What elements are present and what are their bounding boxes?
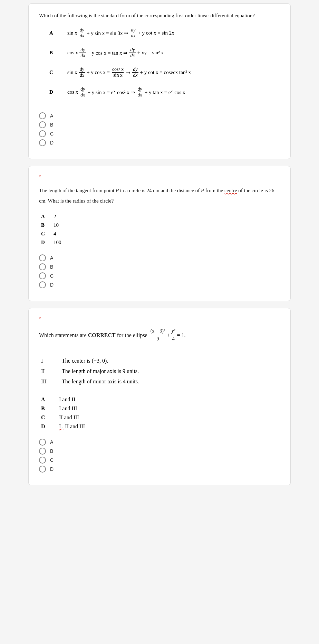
radio-icon: [39, 254, 46, 261]
radio-icon: [39, 281, 46, 288]
question-prompt: The length of the tangent from point P t…: [39, 185, 280, 206]
statement-ii: IIThe length of major axis is 9 units.: [41, 368, 280, 374]
option-value-d: D100: [41, 240, 280, 245]
option-value-b: B10: [41, 222, 280, 228]
radio-option-d[interactable]: D: [39, 281, 280, 288]
option-row-b: B cos x dydx + y cos x = tan x ⇒ dydx + …: [49, 47, 280, 58]
radio-icon: [39, 121, 46, 128]
radio-option-d[interactable]: D: [39, 466, 280, 473]
question-card-2: * The length of the tangent from point P…: [28, 166, 291, 301]
radio-option-a[interactable]: A: [39, 254, 280, 261]
question-card-1: Which of the following is the standard f…: [28, 3, 291, 159]
statement-iii: IIIThe length of minor axis is 4 units.: [41, 379, 280, 385]
option-value-c: CII and III: [41, 414, 280, 421]
radio-option-c[interactable]: C: [39, 272, 280, 279]
option-value-d: DI , II and III: [41, 423, 280, 430]
radio-option-c[interactable]: C: [39, 130, 280, 137]
radio-icon: [39, 263, 46, 270]
option-value-c: C4: [41, 231, 280, 237]
option-equation: sin x dydx + y cos x = cos² xsin x ⇒ dyd…: [67, 67, 191, 78]
radio-option-a[interactable]: A: [39, 439, 280, 446]
option-value-a: AI and II: [41, 396, 280, 403]
option-label: B: [49, 50, 67, 56]
radio-option-b[interactable]: B: [39, 448, 280, 455]
radio-option-c[interactable]: C: [39, 457, 280, 464]
option-label: D: [49, 89, 67, 95]
radio-icon: [39, 130, 46, 137]
radio-icon: [39, 457, 46, 464]
option-row-c: C sin x dydx + y cos x = cos² xsin x ⇒ d…: [49, 67, 280, 78]
statement-i: IThe center is (−3, 0).: [41, 358, 280, 364]
radio-option-b[interactable]: B: [39, 121, 280, 128]
radio-option-a[interactable]: A: [39, 112, 280, 119]
radio-icon: [39, 466, 46, 473]
radio-option-b[interactable]: B: [39, 263, 280, 270]
radio-icon: [39, 439, 46, 446]
question-prompt: Which of the following is the standard f…: [39, 11, 280, 20]
required-asterisk: *: [39, 174, 280, 179]
option-label: A: [49, 30, 67, 36]
required-asterisk: *: [39, 316, 280, 321]
radio-icon: [39, 139, 46, 146]
option-value-b: BI and III: [41, 405, 280, 412]
option-label: C: [49, 69, 67, 75]
radio-icon: [39, 112, 46, 119]
question-prompt: Which statements are CORRECT for the ell…: [39, 327, 280, 343]
option-equation: sin x dydx + y sin x = sin 3x ⇒ dydx + y…: [67, 27, 174, 39]
option-equation: cos x dydx + y sin x = eˣ cos² x ⇒ dydx …: [67, 86, 185, 98]
option-row-a: A sin x dydx + y sin x = sin 3x ⇒ dydx +…: [49, 27, 280, 39]
option-value-a: A2: [41, 214, 280, 220]
option-row-d: D cos x dydx + y sin x = eˣ cos² x ⇒ dyd…: [49, 86, 280, 98]
radio-option-d[interactable]: D: [39, 139, 280, 146]
option-equation: cos x dydx + y cos x = tan x ⇒ dydx + xy…: [67, 47, 164, 58]
radio-icon: [39, 272, 46, 279]
radio-icon: [39, 448, 46, 455]
question-card-3: * Which statements are CORRECT for the e…: [28, 308, 291, 485]
